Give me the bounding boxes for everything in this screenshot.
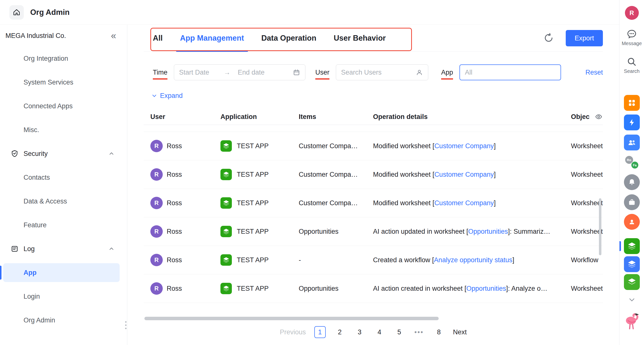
chevron-up-icon[interactable] — [108, 150, 115, 157]
pagination-ellipsis[interactable]: ••• — [414, 326, 425, 338]
end-date-input[interactable] — [238, 69, 272, 76]
pagination-page-8[interactable]: 8 — [433, 326, 444, 338]
tab-label: User Behavior — [334, 34, 386, 43]
sheets-app-icon[interactable] — [624, 274, 640, 290]
pagination-page-4[interactable]: 4 — [374, 326, 385, 338]
operation-link[interactable]: Customer Company — [434, 142, 494, 150]
recent-contacts-cluster[interactable]: Ro Fa — [624, 154, 640, 170]
notifications-app-icon[interactable] — [624, 174, 640, 190]
refresh-icon[interactable] — [544, 33, 554, 43]
user-name: Ross — [167, 142, 182, 150]
workbench-app-icon[interactable] — [624, 194, 640, 210]
horizontal-scrollbar[interactable] — [144, 317, 439, 320]
dock-chevron-down-icon[interactable] — [628, 295, 636, 304]
flamingo-assistant[interactable] — [623, 309, 641, 330]
expand-label: Expand — [160, 92, 183, 100]
table-row: R Ross TEST APP Opportunities AI action … — [144, 274, 603, 303]
dock-item-message[interactable]: Message — [622, 29, 642, 46]
avatar: R — [150, 140, 163, 152]
sidebar-item-contacts[interactable]: Contacts — [0, 166, 127, 189]
sidebar-item-connected-apps[interactable]: Connected Apps — [0, 94, 127, 118]
sidebar-item-app[interactable]: App — [3, 263, 120, 282]
sidebar-item-data-access[interactable]: Data & Access — [0, 189, 127, 213]
pagination-previous[interactable]: Previous — [280, 328, 306, 336]
calendar-icon — [293, 69, 300, 76]
search-label: Search — [624, 68, 640, 74]
docs-app-icon[interactable] — [624, 256, 640, 272]
user-name: Ross — [167, 256, 182, 264]
operation-text: AI action created in worksheet [ — [373, 285, 466, 292]
app-icon — [220, 140, 232, 152]
sidebar-item-org-integration[interactable]: Org Integration — [0, 47, 127, 70]
user-search-input[interactable] — [341, 69, 398, 76]
operation-text: Created a workflow [ — [373, 256, 434, 264]
sidebar-item-security[interactable]: Security — [0, 142, 127, 166]
object-cell: Worksheet — [571, 217, 603, 246]
sidebar-item-label: Feature — [24, 221, 46, 229]
profile-avatar[interactable]: R — [625, 6, 639, 20]
user-cell: R Ross — [150, 189, 182, 217]
sidebar-item-org-admin[interactable]: Org Admin — [0, 308, 127, 332]
search-icon — [627, 57, 637, 67]
tab-all[interactable]: All — [149, 25, 167, 51]
pagination-page-1[interactable]: 1 — [314, 326, 326, 338]
table-header: User Application Items Operation details… — [144, 109, 603, 125]
export-label: Export — [575, 35, 594, 42]
sidebar-resize-handle[interactable] — [125, 321, 126, 329]
application-cell: TEST APP — [220, 160, 269, 189]
tab-data-operation[interactable]: Data Operation — [257, 25, 320, 51]
start-date-input[interactable] — [179, 69, 216, 76]
pagination-page-3[interactable]: 3 — [354, 326, 365, 338]
sidebar-item-login[interactable]: Login — [0, 284, 127, 308]
vertical-scrollbar[interactable] — [599, 198, 602, 255]
sidebar-item-system-services[interactable]: System Services — [0, 70, 127, 94]
user-search-box[interactable] — [336, 65, 428, 80]
horizontal-scrollbar-track — [144, 317, 603, 320]
avatar: R — [150, 197, 163, 209]
dock-item-search[interactable]: Search — [624, 57, 640, 74]
operation-link[interactable]: Customer Company — [434, 171, 494, 178]
sidebar-item-label: Connected Apps — [24, 102, 72, 110]
operation-text: Modified worksheet [ — [373, 142, 434, 150]
sidebar-item-misc[interactable]: Misc. — [0, 118, 127, 142]
app-name: TEST APP — [237, 228, 269, 235]
automation-app-icon[interactable] — [624, 115, 640, 130]
operation-text: Modified worksheet [ — [373, 199, 434, 207]
items-cell: - — [299, 246, 370, 274]
operation-link[interactable]: Customer Company — [434, 199, 494, 207]
sidebar-item-feature[interactable]: Feature — [0, 213, 127, 237]
date-range-input[interactable]: → — [174, 65, 306, 80]
items-cell: Opportunities — [299, 274, 370, 303]
app-icon — [220, 226, 232, 237]
collapse-sidebar-icon[interactable]: « — [111, 31, 116, 40]
operation-link[interactable]: Opportunities — [468, 228, 508, 235]
app-filter-input[interactable] — [465, 69, 539, 76]
app-filter-select[interactable] — [460, 65, 561, 80]
application-cell: TEST APP — [220, 189, 269, 217]
table-row: R Ross TEST APP - Created a workflow [An… — [144, 246, 603, 274]
operation-link[interactable]: Opportunities — [466, 285, 506, 292]
user-name: Ross — [167, 171, 182, 178]
pagination-next[interactable]: Next — [453, 328, 467, 336]
tab-label: App Management — [180, 34, 244, 43]
expand-toggle[interactable]: Expand — [144, 90, 188, 101]
operation-link[interactable]: Analyze opportunity status — [434, 256, 512, 264]
sidebar-item-log[interactable]: Log — [0, 237, 127, 261]
pagination-page-2[interactable]: 2 — [334, 326, 346, 338]
operation-text: ] — [512, 256, 514, 264]
chevron-down-icon — [151, 93, 158, 99]
home-button[interactable] — [10, 5, 24, 20]
tab-app-management[interactable]: App Management — [176, 25, 248, 51]
base-app-icon-active[interactable] — [624, 238, 640, 254]
chevron-up-icon[interactable] — [108, 246, 115, 252]
contacts-app-icon[interactable] — [624, 135, 640, 150]
operation-text: ] — [494, 171, 496, 178]
eye-icon[interactable] — [595, 113, 602, 120]
workplace-app-icon[interactable] — [624, 95, 640, 111]
app-header: Org Admin — [0, 0, 619, 25]
export-button[interactable]: Export — [566, 30, 603, 46]
pagination-page-5[interactable]: 5 — [394, 326, 405, 338]
tab-user-behavior[interactable]: User Behavior — [330, 25, 390, 51]
reset-link[interactable]: Reset — [585, 69, 603, 76]
meeting-app-icon[interactable] — [624, 214, 640, 230]
